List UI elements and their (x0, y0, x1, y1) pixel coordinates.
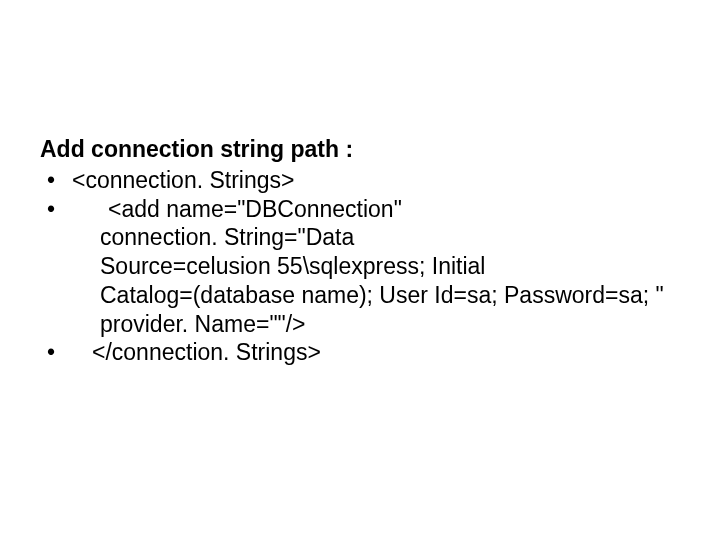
bullet-text-1: <connection. Strings> (62, 166, 670, 195)
bullet-item-3: • </connection. Strings> (40, 338, 670, 367)
bullet-item-1: • <connection. Strings> (40, 166, 670, 195)
bullet-text-2-line4: Catalog=(database name); User Id=sa; Pas… (40, 281, 670, 310)
bullet-text-2-line3: Source=celusion 55\sqlexpress; Initial (40, 252, 670, 281)
slide-title: Add connection string path : (40, 135, 670, 164)
bullet-dot: • (40, 166, 62, 195)
bullet-text-2-line5: provider. Name=""/> (40, 310, 670, 339)
bullet-dot: • (40, 338, 62, 367)
bullet-dot: • (40, 195, 62, 224)
slide-content: Add connection string path : • <connecti… (0, 0, 720, 540)
bullet-text-2-line1: <add name="DBConnection" (62, 195, 670, 224)
bullet-text-3: </connection. Strings> (62, 338, 670, 367)
bullet-item-2: • <add name="DBConnection" (40, 195, 670, 224)
bullet-text-2-line2: connection. String="Data (40, 223, 670, 252)
